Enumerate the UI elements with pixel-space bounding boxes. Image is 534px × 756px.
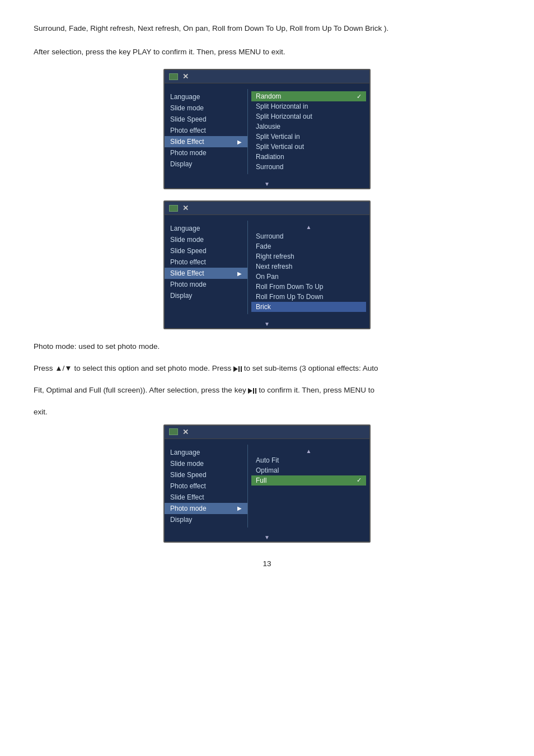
sub-item-on-pan[interactable]: On Pan	[251, 272, 366, 282]
close-icon-1[interactable]: ✕	[182, 72, 189, 81]
sub-item-radiation[interactable]: Radiation	[251, 152, 366, 162]
scroll-down-1: ▼	[165, 180, 369, 188]
scroll-up-3: ▲	[251, 447, 366, 455]
menu-item-photomode-1[interactable]: Photo mode	[165, 147, 247, 158]
menu-item-slideeffect-1[interactable]: Slide Effect	[165, 136, 247, 147]
play-pause-icon-1	[233, 366, 242, 372]
page-number: 13	[34, 559, 500, 568]
sub-item-next-refresh[interactable]: Next refresh	[251, 262, 366, 272]
intro-paragraph-1: Surround, Fade, Right refresh, Next refr…	[34, 22, 500, 35]
sub-item-roll-up-down[interactable]: Roll From Up To Down	[251, 292, 366, 302]
sub-item-split-horiz-in[interactable]: Split Horizontal in	[251, 101, 366, 111]
menu-left-1: Language Slide mode Slide Speed Photo ef…	[165, 89, 247, 174]
titlebar-3: ✕	[165, 426, 369, 439]
photo-mode-instruction-2: Fit, Optimal and Full (full screen)). Af…	[34, 384, 500, 397]
sub-item-full[interactable]: Full	[251, 475, 366, 486]
menu-item-slidespeed-3[interactable]: Slide Speed	[165, 469, 247, 480]
photo-mode-instruction-3: exit.	[34, 406, 500, 419]
sub-item-brick[interactable]: Brick	[251, 302, 366, 312]
sub-item-surround-2[interactable]: Surround	[251, 231, 366, 241]
menu-item-language-3[interactable]: Language	[165, 447, 247, 458]
menu-body-3: Language Slide mode Slide Speed Photo ef…	[165, 439, 369, 533]
photo-mode-desc: Photo mode: used to set photo mode.	[34, 340, 500, 353]
sub-item-random[interactable]: Random	[251, 91, 366, 101]
menu-item-slideeffect-3[interactable]: Slide Effect	[165, 492, 247, 503]
menu-item-display-2[interactable]: Display	[165, 290, 247, 301]
menu-item-language-1[interactable]: Language	[165, 91, 247, 102]
sub-item-optimal[interactable]: Optimal	[251, 465, 366, 475]
photo-mode-instruction-1: Press ▲/▼ to select this option and set …	[34, 362, 500, 375]
close-icon-3[interactable]: ✕	[182, 428, 189, 436]
menu-item-photoeffect-2[interactable]: Photo effect	[165, 256, 247, 268]
scroll-down-3: ▼	[165, 533, 369, 542]
menu-item-language-2[interactable]: Language	[165, 223, 247, 234]
menu-panel-2: ✕ Language Slide mode Slide Speed Photo …	[163, 200, 371, 329]
menu-item-slidemode-3[interactable]: Slide mode	[165, 458, 247, 469]
menu-item-slidemode-2[interactable]: Slide mode	[165, 234, 247, 245]
intro-paragraph-2: After selection, press the key PLAY to c…	[34, 46, 500, 58]
menu-item-photoeffect-1[interactable]: Photo effect	[165, 125, 247, 136]
sub-item-right-refresh[interactable]: Right refresh	[251, 251, 366, 262]
sub-item-fade[interactable]: Fade	[251, 241, 366, 251]
menu-item-photoeffect-3[interactable]: Photo effect	[165, 480, 247, 492]
sub-item-split-vert-out[interactable]: Split Vertical out	[251, 142, 366, 152]
sub-item-surround-1[interactable]: Surround	[251, 162, 366, 172]
scroll-down-2: ▼	[165, 320, 369, 328]
menu-item-slidemode-1[interactable]: Slide mode	[165, 102, 247, 114]
sub-item-jalousie[interactable]: Jalousie	[251, 122, 366, 132]
sub-item-auto-fit[interactable]: Auto Fit	[251, 455, 366, 465]
menu-item-slidespeed-2[interactable]: Slide Speed	[165, 245, 247, 256]
titlebar-2: ✕	[165, 202, 369, 215]
menu-icon-3	[169, 428, 178, 435]
menu-body-2: Language Slide mode Slide Speed Photo ef…	[165, 215, 369, 320]
titlebar-1: ✕	[165, 70, 369, 83]
menu-panel-1: ✕ Language Slide mode Slide Speed Photo …	[163, 69, 371, 189]
menu-item-display-1[interactable]: Display	[165, 158, 247, 170]
sub-item-split-vert-in[interactable]: Split Vertical in	[251, 132, 366, 142]
play-pause-icon-2	[248, 388, 256, 394]
menu-item-display-3[interactable]: Display	[165, 514, 247, 525]
sub-item-split-horiz-out[interactable]: Split Horizontal out	[251, 111, 366, 122]
menu-icon-1	[169, 73, 178, 80]
menu-right-1: Random Split Horizontal in Split Horizon…	[247, 89, 369, 174]
scroll-up-2: ▲	[251, 223, 366, 231]
menu-body-1: Language Slide mode Slide Speed Photo ef…	[165, 83, 369, 180]
menu-left-2: Language Slide mode Slide Speed Photo ef…	[165, 221, 247, 314]
sub-item-roll-down-up[interactable]: Roll From Down To Up	[251, 282, 366, 292]
menu-icon-2	[169, 205, 178, 212]
close-icon-2[interactable]: ✕	[182, 204, 189, 212]
menu-item-photomode-3[interactable]: Photo mode	[165, 503, 247, 514]
menu-item-slideeffect-2[interactable]: Slide Effect	[165, 268, 247, 279]
menu-right-3: ▲ Auto Fit Optimal Full	[247, 445, 369, 528]
menu-left-3: Language Slide mode Slide Speed Photo ef…	[165, 445, 247, 528]
menu-item-slidespeed-1[interactable]: Slide Speed	[165, 114, 247, 125]
menu-right-2: ▲ Surround Fade Right refresh Next refre…	[247, 221, 369, 314]
menu-panel-3: ✕ Language Slide mode Slide Speed Photo …	[163, 424, 371, 543]
menu-item-photomode-2[interactable]: Photo mode	[165, 279, 247, 290]
